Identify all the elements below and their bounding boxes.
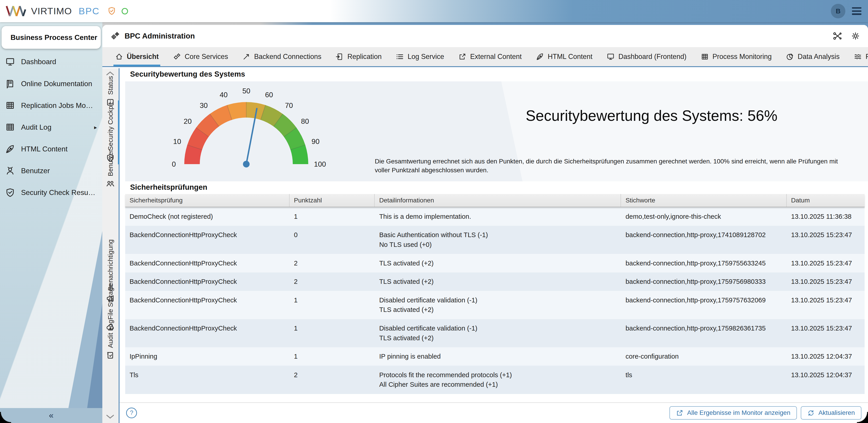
table-row[interactable]: BackendConnectionHttpProxyCheck 0 Basic …	[125, 226, 865, 254]
help-button[interactable]: ?	[126, 407, 137, 419]
chevron-down-icon[interactable]	[106, 414, 115, 419]
double-gear-icon	[110, 31, 120, 41]
checks-section-title: Sicherheitsprüfungen	[130, 183, 207, 192]
sidebar-item-online-dokumentation[interactable]: Online Dokumentation	[0, 73, 102, 94]
content-footer: ? Alle Ergebnisse im Monitor anzeigen Ak…	[120, 402, 868, 423]
submenu-arrow-icon: ▸	[94, 124, 97, 131]
gauge-tick-label: 50	[242, 87, 250, 95]
waves-icon	[854, 53, 862, 60]
scissors-icon[interactable]	[833, 31, 842, 41]
gauge-tick-label: 40	[220, 91, 227, 99]
main-panel: BPC Administration Übersicht	[102, 25, 868, 423]
monitor-icon	[5, 57, 15, 67]
sidebar: Business Process Center Dashboard Online…	[0, 22, 102, 423]
user-avatar[interactable]: B	[831, 4, 845, 18]
vtab-benutzer[interactable]: Benutzer	[102, 150, 118, 188]
table-row[interactable]: IpPinning 1 IP pinning is enabled core-c…	[125, 347, 865, 366]
tab-dashboard-frontend[interactable]: Dashboard (Frontend)	[599, 47, 693, 66]
sidebar-collapse-button[interactable]: «	[0, 408, 102, 423]
sidebar-menu: Dashboard Online Dokumentation Replicati…	[0, 51, 102, 203]
book-icon	[5, 79, 15, 88]
tab-external-content[interactable]: External Content	[452, 47, 529, 66]
product-name: BPC	[79, 6, 100, 17]
gauge-tick-label: 80	[301, 117, 309, 125]
shield-check-icon	[5, 188, 15, 197]
tab-core-services[interactable]: Core Services	[166, 47, 236, 66]
collapse-chevrons: «	[49, 411, 54, 420]
security-cockpit-content: Securitybewertung des Systems 0 10 20 30…	[120, 68, 868, 423]
pen-icon	[5, 144, 15, 154]
top-bar: VIRTIMO BPC B	[0, 0, 868, 22]
refresh-button[interactable]: Aktualisieren	[801, 406, 862, 420]
tab-data-analysis[interactable]: Data Analysis	[779, 47, 847, 66]
table-row[interactable]: DemoCheck (not registered) 1 This is a d…	[125, 207, 865, 226]
tab-log-service[interactable]: Log Service	[389, 47, 451, 66]
security-checks-table: Sicherheitsprüfung Punktzahl Detailinfor…	[125, 194, 865, 394]
external-link-icon	[676, 410, 683, 417]
security-rating-headline: Securitybewertung des Systems: 56%	[463, 107, 840, 124]
gauge-tick-label: 30	[200, 101, 208, 110]
gauge-tick-label: 60	[265, 91, 273, 99]
column-header[interactable]: Datum	[787, 194, 865, 207]
column-header[interactable]: Punktzahl	[289, 194, 375, 207]
sidebar-item-replication-jobs-monitor[interactable]: Replication Jobs Monitor	[0, 94, 102, 116]
tab-bar: Übersicht Core Services Backend Connecti…	[102, 47, 868, 67]
admin-header: BPC Administration	[102, 25, 868, 47]
tab-backend-connections[interactable]: Backend Connections	[235, 47, 329, 66]
tab-replication[interactable]: Replication	[329, 47, 389, 66]
document-arrow-icon	[336, 53, 343, 60]
gear-icon[interactable]	[851, 31, 860, 41]
gauge-tick-label: 0	[172, 160, 176, 168]
pie-chart-icon	[786, 53, 794, 60]
column-header[interactable]: Sicherheitsprüfung	[125, 194, 289, 207]
table-row[interactable]: BackendConnectionHttpProxyCheck 1 Disabl…	[125, 291, 865, 319]
security-gauge: 0 10 20 30 40 50 60 70 80 90 100	[153, 73, 339, 171]
workspace-card[interactable]: Business Process Center	[2, 26, 101, 49]
tab-flow[interactable]: Flow	[847, 47, 868, 66]
home-icon	[115, 53, 123, 60]
pen-icon	[536, 53, 544, 60]
page-title: BPC Administration	[125, 32, 195, 40]
list-icon	[396, 53, 404, 60]
gauge-tick-label: 100	[314, 160, 326, 168]
sidebar-item-security-check-results[interactable]: Security Check Results Mo…	[0, 182, 102, 203]
vtab-status[interactable]: Status	[102, 76, 118, 106]
security-shield-icon[interactable]	[107, 6, 116, 16]
table-row[interactable]: BackendConnectionHttpProxyCheck 2 TLS ac…	[125, 254, 865, 273]
brand-name: VIRTIMO	[31, 6, 72, 17]
gauge-tick-label: 90	[312, 137, 319, 145]
vertical-tab-strip: Status Security Cockpit Benutzer Benachr…	[102, 68, 120, 423]
table-grid-icon	[701, 53, 709, 60]
tab-uebersicht[interactable]: Übersicht	[108, 47, 166, 66]
clipboard-check-icon	[106, 351, 115, 360]
hamburger-menu-icon[interactable]	[852, 7, 862, 15]
status-ring-icon[interactable]	[121, 7, 129, 16]
users-icon	[106, 179, 115, 188]
table-row[interactable]: BackendConnectionHttpProxyCheck 2 TLS ac…	[125, 273, 865, 291]
show-all-results-button[interactable]: Alle Ergebnisse im Monitor anzeigen	[670, 406, 797, 420]
table-row[interactable]: Tls 2 Protocols fit the recommended prot…	[125, 366, 865, 394]
workspace-title: Business Process Center	[10, 33, 97, 42]
double-gear-icon	[173, 53, 181, 60]
vtab-audit-log[interactable]: Audit Log	[102, 320, 118, 360]
refresh-icon	[807, 410, 814, 417]
tab-html-content[interactable]: HTML Content	[529, 47, 599, 66]
application: VIRTIMO BPC B Business Process Center	[0, 0, 868, 423]
sidebar-item-html-content[interactable]: HTML Content	[0, 138, 102, 160]
column-header[interactable]: Detailinformationen	[375, 194, 621, 207]
tab-process-monitoring[interactable]: Process Monitoring	[694, 47, 779, 66]
table-grid-icon	[5, 122, 15, 132]
sidebar-item-audit-log[interactable]: Audit Log ▸	[0, 116, 102, 138]
column-header[interactable]: Stichworte	[621, 194, 786, 207]
sidebar-item-benutzer[interactable]: Benutzer	[0, 160, 102, 181]
gauge-tick-label: 20	[184, 117, 191, 125]
table-row[interactable]: BackendConnectionHttpProxyCheck 1 Disabl…	[125, 319, 865, 347]
security-rating-description: Die Gesamtwertung errechnet sich aus den…	[375, 157, 852, 175]
diagonal-arrow-icon	[243, 53, 250, 60]
sidebar-item-dashboard[interactable]: Dashboard	[0, 51, 102, 73]
gauge-tick-label: 10	[173, 137, 181, 145]
chevron-up-icon[interactable]	[106, 71, 115, 76]
virtimo-zigzag-icon	[5, 5, 27, 17]
gauge-tick-label: 70	[285, 101, 293, 110]
user-icon	[5, 166, 15, 176]
